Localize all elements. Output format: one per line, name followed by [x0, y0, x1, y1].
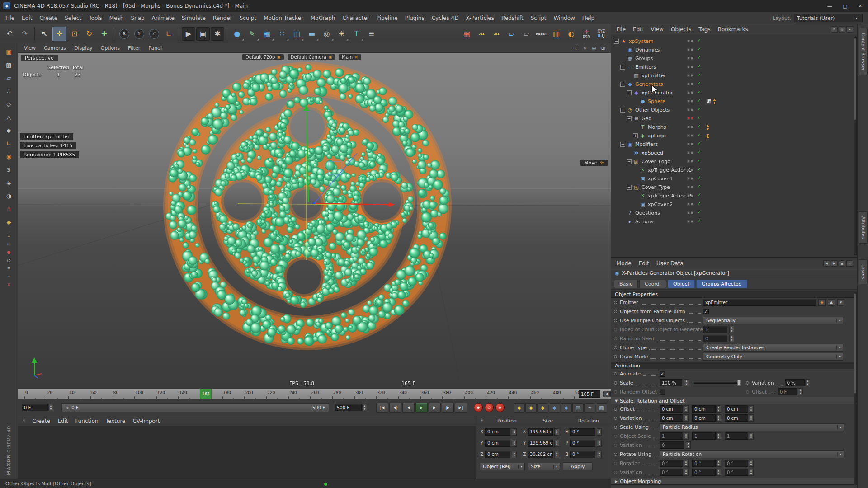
editor-visibility-toggle[interactable]: [687, 177, 690, 180]
enabled-check-icon[interactable]: ✓: [697, 124, 701, 129]
expander-other-objects[interactable]: −: [620, 108, 625, 113]
add-light-menu[interactable]: ☀◢: [335, 27, 349, 41]
expander-xpsystem[interactable]: −: [614, 39, 619, 44]
object-xpgenerator[interactable]: −◆xpGenerator✓: [611, 89, 853, 97]
render-visibility-toggle[interactable]: [691, 186, 693, 188]
enabled-check-icon[interactable]: ✓: [697, 184, 701, 189]
enabled-check-icon[interactable]: ✓: [697, 210, 701, 215]
keyframe-dot-icon[interactable]: [614, 471, 617, 474]
menu-help[interactable]: Help: [579, 15, 598, 21]
menu-edit[interactable]: Edit: [18, 15, 36, 21]
enabled-check-icon[interactable]: ✓: [697, 141, 701, 146]
enabled-check-icon[interactable]: ✓: [697, 64, 701, 69]
dot-mini-icon[interactable]: ○: [4, 257, 14, 264]
spinner-control[interactable]: ▲▼: [729, 326, 734, 333]
rotation-p-field[interactable]: 0 °: [570, 440, 595, 447]
am-menu-mode[interactable]: Mode: [613, 260, 635, 267]
spinner-control[interactable]: ▲▼: [805, 379, 810, 386]
fcurve-window-icon[interactable]: ≈: [584, 403, 595, 413]
am-options-icon[interactable]: ≡: [846, 260, 853, 267]
editor-visibility-toggle[interactable]: [687, 83, 690, 85]
section-animation[interactable]: Animation: [611, 362, 858, 369]
object-geo[interactable]: −⊕Geo✓: [611, 114, 853, 123]
spinner-control[interactable]: ▲▼: [554, 440, 559, 447]
menu-redshift[interactable]: Redshift: [498, 15, 527, 21]
add-camera-menu[interactable]: ◎◢: [320, 27, 334, 41]
enabled-check-icon[interactable]: ✓: [697, 201, 701, 206]
preview-range-slider[interactable]: ◀ 0 F 500 F: [61, 403, 329, 412]
spinner-control[interactable]: ▲▼: [512, 428, 517, 436]
materials-menu-function[interactable]: Function: [71, 418, 102, 424]
menu-simulate[interactable]: Simulate: [178, 15, 209, 21]
enabled-check-icon[interactable]: ✓: [697, 158, 701, 163]
value-field[interactable]: 0 °: [660, 469, 683, 476]
value-field[interactable]: 1: [692, 432, 716, 440]
checkbox-random-offset[interactable]: [660, 389, 665, 395]
drag-handle-icon[interactable]: ⠿: [478, 418, 486, 423]
editor-visibility-toggle[interactable]: [687, 117, 690, 120]
enabled-check-icon[interactable]: ✓: [697, 81, 701, 86]
rotation-b-field[interactable]: 0 °: [570, 451, 595, 458]
render-visibility-toggle[interactable]: [691, 66, 693, 68]
next-frame-button[interactable]: ▶: [429, 403, 441, 413]
enabled-check-icon[interactable]: ✓: [697, 107, 701, 112]
menu-render[interactable]: Render: [209, 15, 236, 21]
spinner-control[interactable]: ▲▼: [716, 469, 721, 476]
om-menu-objects[interactable]: Objects: [667, 26, 695, 33]
spinner-control[interactable]: ▲▼: [684, 414, 689, 422]
value-field[interactable]: 0 cm: [692, 405, 716, 413]
reset-psr-icon[interactable]: RESET: [534, 27, 548, 41]
link-node-icon[interactable]: ◈: [818, 299, 826, 306]
rotation-h-field[interactable]: 0 °: [570, 428, 595, 436]
value-field[interactable]: 0 cm: [660, 414, 683, 422]
position-z-field[interactable]: 0 cm: [485, 451, 510, 458]
dropdown-rotate-using[interactable]: Particle Rotation▾: [660, 450, 844, 458]
rotate-tool[interactable]: ↻: [82, 27, 96, 41]
keyframe-dot-icon[interactable]: [746, 381, 749, 385]
value-field[interactable]: 100 %: [660, 379, 682, 386]
am-menu-edit[interactable]: Edit: [635, 260, 653, 267]
render-preset-button[interactable]: Default 720p▣: [242, 54, 284, 60]
prev-key-icon[interactable]: ◀: [603, 391, 610, 397]
render-visibility-toggle[interactable]: [691, 40, 693, 42]
menu-cycles-4d[interactable]: Cycles 4D: [428, 15, 462, 21]
object-xplogo[interactable]: +◈xpLogo✓: [611, 131, 853, 140]
om-menu-view[interactable]: View: [647, 26, 667, 33]
prev-frame-button[interactable]: ◀: [402, 403, 415, 413]
section-object-properties[interactable]: Object Properties: [611, 291, 858, 298]
slider-handle[interactable]: [737, 380, 741, 386]
emitter-link-field[interactable]: xpEmitter: [703, 299, 816, 306]
menu-animate[interactable]: Animate: [148, 15, 178, 21]
keyframe-dot-icon[interactable]: [614, 346, 617, 349]
editor-visibility-toggle[interactable]: [687, 151, 690, 154]
am-menu-user-data[interactable]: User Data: [653, 260, 687, 267]
om-filter-icon[interactable]: ≡: [831, 26, 838, 33]
render-visibility-toggle[interactable]: [691, 100, 693, 103]
paint-tool[interactable]: ◉: [2, 150, 16, 162]
start-frame-value[interactable]: 0 F: [22, 404, 48, 411]
tab-groups-affected[interactable]: Groups Affected: [696, 280, 747, 288]
render-settings-button[interactable]: ✱: [211, 27, 224, 41]
keyframe-dot-icon[interactable]: [614, 390, 617, 394]
workplane-mode-tool[interactable]: ▱: [2, 72, 16, 84]
menu-sculpt[interactable]: Sculpt: [236, 15, 260, 21]
spinner-control[interactable]: ▲▼: [684, 469, 689, 476]
add-spline-menu[interactable]: ✎◢: [245, 27, 259, 41]
keyframe-dot-icon[interactable]: [614, 355, 617, 358]
om-menu-edit[interactable]: Edit: [629, 26, 647, 33]
object-dynamics[interactable]: ◉Dynamics✓: [611, 46, 853, 54]
checkbox-animate[interactable]: ✓: [660, 371, 665, 377]
editor-visibility-toggle[interactable]: [687, 194, 690, 197]
enabled-check-icon[interactable]: ✓: [697, 167, 701, 172]
expander-xpgenerator[interactable]: −: [627, 90, 632, 95]
object-cover-logo[interactable]: −▨Cover_Logo✓: [611, 157, 853, 166]
keyframe-dot-icon[interactable]: [614, 372, 617, 375]
object-cover-type[interactable]: −▨Cover_Type✓: [611, 183, 853, 192]
render-visibility-toggle[interactable]: [691, 143, 693, 145]
layout-dropdown[interactable]: Tutorials (User) ▾: [794, 14, 863, 22]
menu-tools[interactable]: Tools: [85, 15, 106, 21]
am-forward-icon[interactable]: ▶: [831, 260, 838, 267]
spinner-control[interactable]: ▲▼: [684, 379, 689, 386]
viewport-3d[interactable]: Perspective Default 720p▣Default Camera▣…: [18, 53, 611, 389]
edges-mode-tool[interactable]: ◇: [2, 98, 16, 110]
